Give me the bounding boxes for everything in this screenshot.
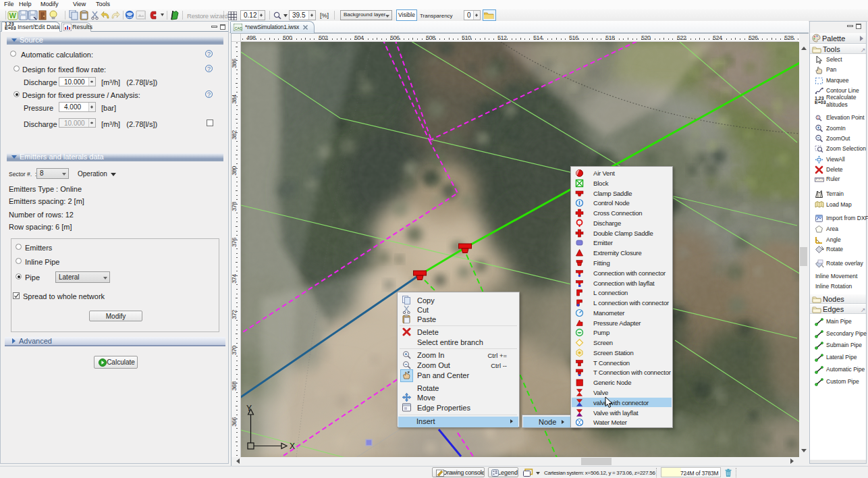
svg-text:W: W — [9, 11, 17, 20]
svg-text:CAD: CAD — [235, 26, 242, 30]
svg-text:Y: Y — [246, 404, 252, 413]
svg-text:X: X — [290, 442, 295, 451]
